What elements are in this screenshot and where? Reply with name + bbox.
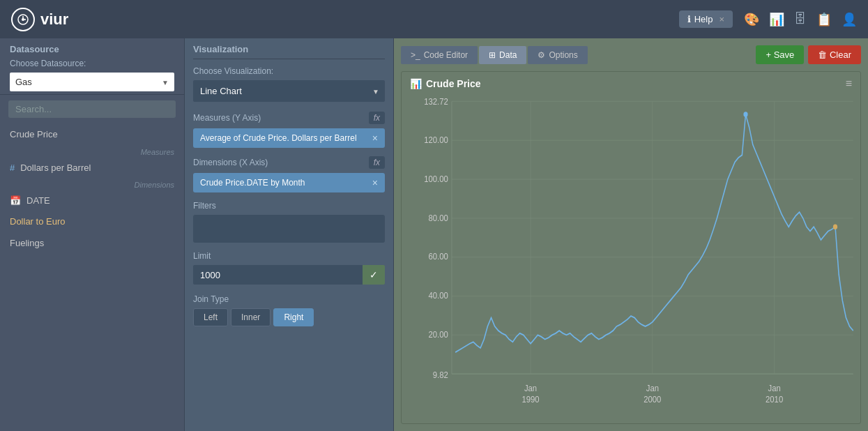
datasource-select[interactable]: Gas [10, 73, 174, 91]
logo-text: viur [40, 10, 68, 29]
chart-icon[interactable]: 📊 [769, 12, 784, 27]
measures-section: Measures (Y Axis) fx Average of Crude Pr… [193, 112, 385, 148]
chart-panel: >_ Code Editor ⊞ Data ⚙ Options + Save 🗑… [394, 38, 868, 431]
tab-data[interactable]: ⊞ Data [479, 46, 526, 64]
dimensions-section: Dimensions (X Axis) fx Crude Price.DATE … [193, 156, 385, 192]
left-panel-content: Crude Price Measures # Dollars per Barre… [0, 123, 184, 431]
user-icon[interactable]: 👤 [842, 12, 857, 27]
limit-confirm-button[interactable]: ✓ [363, 265, 385, 285]
svg-text:20.00: 20.00 [429, 329, 448, 340]
dollars-barrel-label: Dollars per Barrel [20, 162, 91, 173]
help-label: Help [694, 14, 713, 24]
hash-icon: # [10, 162, 15, 173]
measures-tag-text: Average of Crude Price. Dollars per Barr… [200, 133, 357, 143]
svg-text:Jan: Jan [646, 383, 659, 393]
tab-options[interactable]: ⚙ Options [528, 46, 587, 64]
palette-icon[interactable]: 🎨 [744, 12, 759, 27]
middle-panel: Visualization Choose Visualization: Line… [185, 38, 394, 431]
document-icon[interactable]: 📋 [816, 12, 832, 27]
measures-label: Measures (Y Axis) [193, 113, 261, 123]
svg-text:120.00: 120.00 [424, 135, 448, 145]
join-right-button[interactable]: Right [273, 308, 314, 326]
left-panel: Datasource Choose Datasource: Gas Crude … [0, 38, 185, 431]
list-item-dollar-euro[interactable]: Dollar to Euro [0, 211, 184, 232]
dimensions-tag: Crude Price.DATE by Month × [193, 173, 385, 192]
header-right: ℹ Help × 🎨 📊 🗄 📋 👤 [679, 10, 857, 28]
list-item-date[interactable]: 📅 DATE [0, 190, 184, 211]
measures-tag: Average of Crude Price. Dollars per Barr… [193, 128, 385, 148]
help-close-icon[interactable]: × [719, 14, 724, 24]
svg-point-29 [833, 225, 837, 229]
svg-text:2010: 2010 [766, 394, 783, 404]
options-icon: ⚙ [538, 50, 545, 60]
chart-toolbar: >_ Code Editor ⊞ Data ⚙ Options + Save 🗑… [401, 45, 861, 64]
tab-options-label: Options [549, 50, 577, 60]
dimensions-label: Dimensions (X Axis) [193, 158, 268, 167]
datasource-label: Choose Datasource: [10, 59, 174, 68]
dimensions-fx-button[interactable]: fx [369, 156, 385, 169]
main-layout: Datasource Choose Datasource: Gas Crude … [0, 38, 868, 431]
svg-text:Jan: Jan [524, 383, 537, 393]
dimensions-tag-close[interactable]: × [372, 177, 378, 188]
database-icon[interactable]: 🗄 [794, 12, 807, 27]
svg-text:Jan: Jan [768, 383, 781, 393]
clear-button[interactable]: 🗑 Clear [808, 45, 861, 64]
tab-code-editor[interactable]: >_ Code Editor [401, 46, 478, 64]
svg-text:80.00: 80.00 [429, 213, 448, 223]
viz-select[interactable]: Line Chart [193, 80, 385, 102]
visualization-title: Visualization [193, 44, 248, 54]
filters-label: Filters [193, 201, 385, 211]
logo: viur [11, 8, 68, 31]
list-item-dollars-barrel[interactable]: # Dollars per Barrel [0, 158, 184, 178]
search-input[interactable] [8, 100, 176, 118]
join-buttons: Left Inner Right [193, 308, 385, 326]
svg-point-27 [743, 112, 747, 116]
dimensions-tag-text: Crude Price.DATE by Month [200, 178, 305, 188]
limit-input[interactable] [193, 265, 363, 285]
dimensions-category: Dimensions [0, 178, 184, 190]
chart-actions: + Save 🗑 Clear [756, 45, 861, 64]
calendar-icon: 📅 [10, 195, 21, 206]
chart-title-bar: 📊 Crude Price [410, 78, 481, 89]
viz-select-wrapper: Line Chart [193, 80, 385, 102]
chart-container: 📊 Crude Price ≡ [401, 71, 861, 424]
logo-icon [11, 8, 35, 31]
list-item-crude-price[interactable]: Crude Price [0, 123, 184, 145]
svg-text:9.82: 9.82 [433, 370, 448, 380]
join-section: Join Type Left Inner Right [193, 294, 385, 326]
svg-text:100.00: 100.00 [424, 174, 448, 184]
join-left-button[interactable]: Left [193, 308, 228, 326]
svg-text:132.72: 132.72 [424, 96, 448, 107]
help-info-icon: ℹ [687, 14, 691, 24]
svg-text:1990: 1990 [521, 394, 539, 404]
date-label: DATE [26, 195, 50, 206]
viz-label: Choose Visualization: [193, 66, 385, 76]
svg-text:60.00: 60.00 [429, 251, 448, 262]
measures-fx-button[interactable]: fx [369, 112, 385, 124]
app-header: viur ℹ Help × 🎨 📊 🗄 📋 👤 [0, 0, 868, 38]
chart-menu-icon[interactable]: ≡ [846, 77, 852, 90]
join-inner-button[interactable]: Inner [231, 308, 271, 326]
tab-data-label: Data [499, 50, 517, 60]
filters-area [193, 215, 385, 243]
help-button[interactable]: ℹ Help × [679, 10, 733, 28]
svg-point-1 [22, 18, 24, 21]
header-icons: 🎨 📊 🗄 📋 👤 [744, 12, 857, 27]
list-item-fuelings[interactable]: Fuelings [0, 232, 184, 254]
limit-section: Limit ✓ [193, 251, 385, 285]
tab-code-editor-label: Code Editor [424, 50, 468, 60]
chart-bar-icon: 📊 [410, 78, 422, 89]
join-label: Join Type [193, 294, 385, 304]
chart-title-text: Crude Price [426, 78, 481, 89]
measures-category: Measures [0, 145, 184, 158]
chart-svg: 132.72 120.00 100.00 80.00 60.00 40.00 2… [402, 93, 860, 413]
filters-section: Filters [193, 201, 385, 243]
svg-text:40.00: 40.00 [429, 290, 448, 301]
save-button[interactable]: + Save [756, 45, 804, 64]
measures-tag-close[interactable]: × [372, 133, 378, 144]
svg-text:2000: 2000 [644, 394, 661, 404]
limit-label: Limit [193, 251, 385, 261]
code-editor-icon: >_ [411, 50, 420, 60]
datasource-title: Datasource [10, 44, 174, 59]
chart-tabs: >_ Code Editor ⊞ Data ⚙ Options [401, 46, 588, 64]
